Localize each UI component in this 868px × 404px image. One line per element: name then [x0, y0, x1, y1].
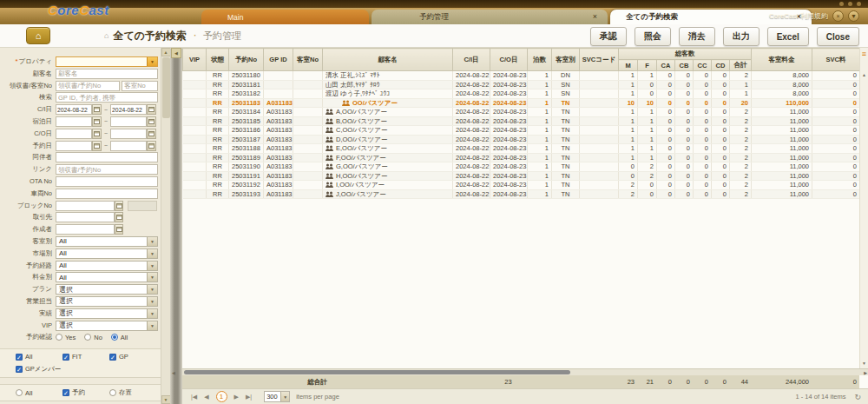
lookup-icon[interactable] — [115, 224, 123, 235]
table-row[interactable]: RR25031180清水 正礼,ｼﾐｽﾞ ﾏｻﾄ2024-08-222024-0… — [183, 71, 860, 81]
table-row[interactable]: RR25031187A031183D,OO/バスツアー2024-08-22202… — [183, 135, 860, 144]
chevron-down-icon[interactable]: ▼ — [147, 321, 157, 330]
ci-date-from-input[interactable] — [56, 104, 92, 115]
tab-main[interactable]: Main — [201, 10, 369, 24]
tab-reservation-management[interactable]: 予約管理× — [372, 10, 608, 24]
chevron-down-icon[interactable]: ▼ — [147, 57, 157, 66]
filter-option-FIT[interactable]: ✓FIT — [62, 353, 109, 361]
column-header-svc-fee[interactable]: SVC料 — [812, 49, 860, 71]
filter-option-All[interactable]: All — [16, 388, 62, 397]
radio-confirm-no[interactable]: No — [84, 334, 102, 341]
inquiry-button[interactable]: 照会 — [635, 27, 671, 46]
rate-type-select[interactable]: All▼ — [56, 272, 158, 282]
stay-date-from-input[interactable] — [56, 116, 92, 127]
scrollbar-thumb[interactable] — [184, 370, 570, 374]
scroll-left-icon[interactable]: ◀ — [172, 369, 175, 376]
table-row[interactable]: RR25031188A031183E,OO/バスツアー2024-08-22202… — [183, 144, 860, 154]
booking-date-to-input[interactable] — [110, 141, 147, 151]
chevron-down-icon[interactable]: ▼ — [848, 10, 859, 22]
link-input[interactable] — [56, 164, 158, 175]
column-header-guest-name[interactable]: 顧客名 — [323, 49, 453, 71]
column-header-room-type[interactable]: 客室別 — [552, 49, 580, 71]
scrollbar-thumb[interactable] — [162, 57, 170, 118]
lookup-icon[interactable] — [115, 212, 123, 222]
column-header-f[interactable]: F — [638, 60, 657, 71]
chevron-down-icon[interactable]: ▼ — [147, 309, 157, 318]
horizontal-scrollbar[interactable]: ◀ ▶ — [182, 368, 868, 375]
calendar-icon[interactable] — [92, 141, 102, 151]
co-date-to-input[interactable] — [110, 129, 147, 139]
chevron-down-icon[interactable]: ▼ — [280, 392, 289, 401]
column-header-co-date[interactable]: C/O日 — [490, 49, 528, 71]
column-header-nights[interactable]: 泊数 — [528, 49, 552, 71]
scroll-up-icon[interactable]: ▲ — [161, 48, 171, 56]
chevron-down-icon[interactable]: ▼ — [147, 249, 157, 258]
ci-date-to-input[interactable] — [110, 104, 147, 115]
table-row[interactable]: RR25031191A031183H,OO/バスツアー2024-08-22202… — [183, 171, 860, 181]
companion-input[interactable] — [56, 152, 158, 162]
excel-button[interactable]: Excel — [767, 27, 809, 46]
column-header-vip[interactable]: VIP — [183, 49, 207, 71]
tab-close-icon[interactable]: × — [591, 13, 599, 21]
radio-confirm-all[interactable]: All — [111, 334, 128, 341]
chevron-down-icon[interactable]: ▼ — [147, 262, 157, 270]
column-header-m[interactable]: M — [619, 60, 638, 71]
table-row[interactable]: RR25031192A031183I,OO/バスツアー2024-08-22202… — [183, 181, 860, 190]
column-header-ci-date[interactable]: C/I日 — [453, 49, 490, 71]
room-type-select[interactable]: All▼ — [56, 236, 158, 247]
close-session-icon[interactable]: × — [832, 10, 844, 22]
market-select[interactable]: All▼ — [56, 248, 158, 259]
current-page-badge[interactable]: 1 — [216, 391, 227, 402]
filter-option-All[interactable]: ✓All — [16, 353, 62, 361]
sales-rep-select[interactable]: 選択▼ — [56, 296, 158, 307]
table-row[interactable]: RR25031189A031183F,OO/バスツアー2024-08-22202… — [183, 153, 860, 162]
table-row[interactable]: RR25031186A031183C,OO/バスツアー2024-08-22202… — [183, 126, 860, 136]
client-input[interactable] — [56, 212, 115, 222]
calendar-icon[interactable] — [147, 104, 156, 115]
table-row[interactable]: RR25031190A031183G,OO/バスツアー2024-08-22202… — [183, 162, 860, 172]
table-row[interactable]: RR25031181山田 太郎,ﾔﾏﾀﾞ ﾀﾛｳ2024-08-222024-0… — [183, 80, 860, 89]
table-row[interactable]: RR25031185A031183B,OO/バスツアー2024-08-22202… — [183, 116, 860, 126]
column-header-cc[interactable]: CC — [694, 60, 712, 71]
guest-name-input[interactable] — [56, 69, 158, 79]
chevron-down-icon[interactable]: ▼ — [147, 285, 157, 294]
booking-date-from-input[interactable] — [56, 141, 92, 151]
lookup-icon[interactable] — [115, 201, 123, 211]
pager-last-icon[interactable]: ▶| — [244, 392, 253, 402]
column-header-cd[interactable]: CD — [712, 60, 730, 71]
column-header-room-no[interactable]: 客室No — [293, 49, 323, 71]
column-header-room-fee[interactable]: 客室料金 — [752, 49, 812, 71]
window-control-icons[interactable] — [839, 2, 861, 6]
home-button[interactable]: ⌂ — [26, 27, 50, 44]
chevron-down-icon[interactable]: ▼ — [147, 273, 157, 281]
filter-option-存置[interactable]: 存置 — [109, 388, 156, 397]
calendar-icon[interactable] — [147, 141, 156, 151]
scroll-down-icon[interactable]: ▼ — [161, 395, 171, 404]
performance-select[interactable]: 選択▼ — [56, 308, 158, 319]
column-header-total[interactable]: 合計 — [730, 60, 752, 71]
chevron-down-icon[interactable]: ▼ — [147, 237, 157, 246]
creator-input[interactable] — [56, 224, 115, 235]
ota-no-input[interactable] — [56, 176, 158, 187]
column-header-reservation-no[interactable]: 予約No — [229, 49, 264, 71]
column-menu-icon[interactable]: ≡ — [862, 50, 866, 58]
scroll-up-icon[interactable]: ▲ — [862, 72, 866, 77]
chevron-down-icon[interactable]: ▼ — [147, 297, 157, 306]
keyword-input[interactable] — [56, 92, 158, 103]
scroll-down-icon[interactable]: ▼ — [862, 361, 866, 366]
page-size-select[interactable]: 300 ▼ — [264, 391, 290, 402]
vip-select[interactable]: 選択▼ — [56, 321, 158, 331]
co-date-from-input[interactable] — [56, 129, 92, 139]
calendar-icon[interactable] — [147, 116, 156, 127]
vehicle-no-input[interactable] — [56, 189, 158, 199]
column-header-status[interactable]: 状態 — [207, 49, 229, 71]
receipt-room-no-input[interactable] — [56, 81, 120, 91]
calendar-icon[interactable] — [147, 129, 156, 139]
property-combobox[interactable]: ▼ — [56, 56, 158, 67]
pager-prev-icon[interactable]: ◀ — [202, 392, 210, 402]
table-row[interactable]: RR25031184A031183A,OO/バスツアー2024-08-22202… — [183, 108, 860, 117]
radio-confirm-yes[interactable]: Yes — [56, 334, 76, 341]
receipt-room-no-input-2[interactable] — [122, 81, 158, 91]
clear-button[interactable]: 消去 — [679, 27, 715, 46]
sidebar-scrollbar[interactable]: ▲ ▼ — [161, 48, 170, 404]
